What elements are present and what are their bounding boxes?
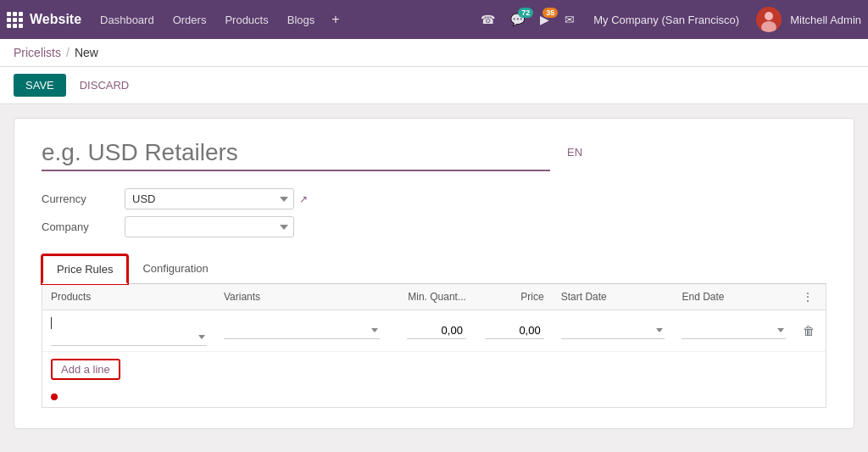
cell-minqty bbox=[388, 310, 475, 352]
tab-price-rules[interactable]: Price Rules bbox=[42, 254, 128, 284]
top-navigation: Website Dashboard Orders Products Blogs … bbox=[0, 0, 868, 39]
currency-select[interactable]: USD bbox=[125, 188, 294, 209]
nav-dashboard[interactable]: Dashboard bbox=[92, 10, 163, 30]
nav-products[interactable]: Products bbox=[216, 10, 276, 30]
add-line-button[interactable]: Add a line bbox=[51, 359, 120, 380]
avatar[interactable] bbox=[756, 7, 782, 32]
col-header-variants: Variants bbox=[215, 284, 388, 310]
cell-variants bbox=[215, 310, 388, 352]
svg-point-1 bbox=[765, 12, 773, 20]
brand-logo[interactable]: Website bbox=[7, 12, 81, 28]
form-fields: Currency USD ↗ Company bbox=[42, 188, 826, 237]
table-row: 🗑 bbox=[42, 310, 826, 352]
col-header-startdate: Start Date bbox=[553, 284, 674, 310]
variant-select[interactable] bbox=[224, 322, 380, 339]
title-row: EN bbox=[42, 139, 826, 171]
breadcrumb: Pricelists / New bbox=[0, 39, 868, 67]
phone-icon[interactable]: ☎ bbox=[476, 9, 500, 30]
cell-price bbox=[475, 310, 553, 352]
breadcrumb-current: New bbox=[75, 46, 98, 59]
avatar-icon bbox=[756, 7, 782, 32]
col-header-minqty: Min. Quant... bbox=[388, 284, 475, 310]
table-header-row: Products Variants Min. Quant... Price St… bbox=[42, 284, 826, 310]
min-qty-input[interactable] bbox=[407, 322, 466, 339]
col-header-enddate: End Date bbox=[673, 284, 794, 310]
chat-icon[interactable]: 💬 72 bbox=[505, 9, 530, 30]
table-more-icon[interactable]: ⋮ bbox=[803, 291, 813, 303]
tabs-bar: Price Rules Configuration bbox=[42, 254, 826, 284]
end-date-select[interactable] bbox=[682, 322, 786, 339]
currency-select-wrap: USD ↗ bbox=[125, 188, 308, 209]
cell-startdate bbox=[553, 310, 674, 352]
pricelist-name-input[interactable] bbox=[42, 139, 550, 171]
company-label: Company bbox=[42, 220, 118, 233]
nav-links: Dashboard Orders Products Blogs + bbox=[92, 8, 347, 31]
app-grid-icon[interactable] bbox=[7, 12, 23, 28]
currency-external-link-icon[interactable]: ↗ bbox=[299, 193, 308, 205]
start-date-select[interactable] bbox=[561, 322, 665, 339]
save-button[interactable]: SAVE bbox=[14, 74, 66, 97]
currency-row: Currency USD ↗ bbox=[42, 188, 826, 209]
cell-enddate bbox=[673, 310, 794, 352]
nav-add-button[interactable]: + bbox=[325, 8, 346, 31]
brand-name: Website bbox=[30, 12, 81, 27]
company-select[interactable] bbox=[125, 216, 294, 237]
col-header-actions: ⋮ bbox=[794, 284, 826, 310]
currency-label: Currency bbox=[42, 193, 118, 205]
breadcrumb-parent[interactable]: Pricelists bbox=[14, 46, 61, 59]
cell-products bbox=[42, 310, 215, 352]
price-input[interactable] bbox=[485, 322, 544, 339]
delete-row-icon[interactable]: 🗑 bbox=[803, 324, 815, 338]
nav-orders[interactable]: Orders bbox=[164, 10, 215, 30]
discard-button[interactable]: DISCARD bbox=[73, 74, 136, 97]
col-header-products: Products bbox=[42, 284, 215, 310]
activity-badge: 35 bbox=[542, 8, 558, 18]
company-row: Company bbox=[42, 216, 826, 237]
tab-configuration[interactable]: Configuration bbox=[128, 254, 222, 284]
company-selector[interactable]: My Company (San Francisco) bbox=[585, 10, 748, 30]
main-content: EN Currency USD ↗ Company P bbox=[0, 104, 868, 443]
breadcrumb-separator: / bbox=[66, 46, 70, 59]
col-header-price: Price bbox=[475, 284, 553, 310]
activity-icon[interactable]: ▶ 35 bbox=[535, 9, 554, 30]
language-badge[interactable]: EN bbox=[567, 146, 582, 159]
price-rules-table: Products Variants Min. Quant... Price St… bbox=[42, 284, 826, 352]
product-select[interactable] bbox=[51, 329, 207, 346]
chat-badge: 72 bbox=[518, 8, 533, 18]
table-wrap: Products Variants Min. Quant... Price St… bbox=[42, 284, 826, 408]
red-dot-indicator bbox=[51, 393, 58, 400]
settings-icon[interactable]: ✉ bbox=[559, 9, 580, 30]
nav-blogs[interactable]: Blogs bbox=[279, 10, 324, 30]
username-label: Mitchell Admin bbox=[790, 14, 861, 26]
toolbar: SAVE DISCARD bbox=[0, 67, 868, 104]
form-card: EN Currency USD ↗ Company P bbox=[14, 118, 854, 429]
cell-actions: 🗑 bbox=[794, 310, 826, 352]
nav-action-icons: ☎ 💬 72 ▶ 35 ✉ My Company (San Francisco)… bbox=[476, 7, 861, 32]
text-cursor bbox=[51, 317, 52, 329]
